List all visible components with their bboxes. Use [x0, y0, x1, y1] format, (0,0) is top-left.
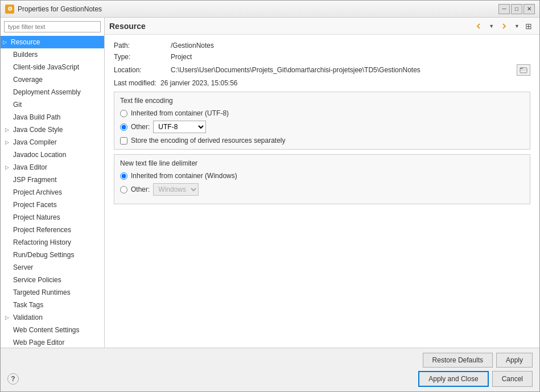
sidebar-item-label: Git: [13, 100, 22, 110]
expand-button[interactable]: ⊞: [522, 20, 535, 32]
sidebar-item-label: Project Archives: [13, 187, 62, 197]
main-content: Path: /GestionNotes Type: Project Locati…: [105, 35, 539, 348]
sidebar-item-label: Service Policies: [13, 275, 61, 285]
sidebar-item-java-code-style[interactable]: ▷ Java Code Style: [1, 123, 104, 136]
forward-icon: [500, 22, 509, 31]
sidebar-item-coverage[interactable]: Coverage: [1, 73, 104, 86]
sidebar-item-label: Run/Debug Settings: [13, 250, 74, 260]
line-other-label[interactable]: Other:: [131, 185, 150, 193]
sidebar-item-client-side-js[interactable]: Client-side JavaScript: [1, 61, 104, 73]
arrow-icon: ▷: [3, 37, 11, 47]
store-encoding-row: Store the encoding of derived resources …: [120, 137, 524, 145]
line-inherited-radio[interactable]: [120, 172, 127, 180]
sidebar-item-label: Java Code Style: [13, 125, 63, 135]
sidebar-item-label: Server: [13, 262, 33, 273]
line-delimiter-select[interactable]: Windows Unix Mac: [153, 183, 199, 196]
sidebar-item-label: Project Natures: [13, 212, 60, 222]
sidebar-item-project-references[interactable]: Project References: [1, 224, 104, 236]
arrow-icon: ▷: [5, 312, 13, 323]
encoding-other-label[interactable]: Other:: [131, 123, 150, 131]
line-other-radio[interactable]: [120, 186, 127, 193]
back-button[interactable]: [471, 20, 486, 32]
sidebar-item-label: Builders: [13, 49, 38, 60]
title-bar: ⚙ Properties for GestionNotes ─ □ ✕: [1, 1, 539, 18]
sidebar-item-label: Java Editor: [13, 162, 47, 172]
path-value: /GestionNotes: [171, 42, 214, 49]
location-value: C:\Users\User\Documents\Projets_Git\doma…: [171, 66, 513, 74]
last-modified-row: Last modified: 26 janvier 2023, 15:05:56: [114, 79, 530, 87]
restore-defaults-button[interactable]: Restore Defaults: [423, 353, 493, 368]
encoding-other-row: Other: UTF-8 UTF-16 ISO-8859-1 US-ASCII: [120, 121, 524, 133]
sidebar-item-java-build-path[interactable]: Java Build Path: [1, 111, 104, 123]
maximize-button[interactable]: □: [511, 4, 522, 14]
sidebar-item-server[interactable]: Server: [1, 261, 104, 274]
sidebar-item-java-compiler[interactable]: ▷ Java Compiler: [1, 136, 104, 148]
sidebar-item-resource[interactable]: ▷ Resource: [1, 36, 104, 48]
sidebar-item-git[interactable]: Git: [1, 98, 104, 111]
cancel-button[interactable]: Cancel: [492, 371, 533, 387]
sidebar-item-label: Web Page Editor: [13, 337, 65, 348]
sidebar-item-label: Deployment Assembly: [13, 87, 81, 97]
window-controls: ─ □ ✕: [498, 4, 535, 14]
sidebar-item-jsp-fragment[interactable]: JSP Fragment: [1, 174, 104, 186]
sidebar-item-label: Coverage: [13, 75, 43, 85]
encoding-select[interactable]: UTF-8 UTF-16 ISO-8859-1 US-ASCII: [153, 121, 206, 133]
store-encoding-checkbox[interactable]: [120, 137, 127, 145]
sidebar-item-javadoc-location[interactable]: Javadoc Location: [1, 148, 104, 161]
browse-button[interactable]: [517, 64, 530, 76]
sidebar-item-task-tags[interactable]: Task Tags: [1, 299, 104, 311]
store-encoding-label[interactable]: Store the encoding of derived resources …: [131, 137, 286, 145]
encoding-section-title: Text file encoding: [120, 97, 524, 105]
line-inherited-label[interactable]: Inherited from container (Windows): [131, 172, 237, 180]
main-window: ⚙ Properties for GestionNotes ─ □ ✕ ▷ Re…: [0, 0, 540, 392]
last-modified-label: Last modified:: [114, 79, 156, 87]
sidebar-item-label: Project Facets: [13, 200, 57, 210]
sidebar-item-project-archives[interactable]: Project Archives: [1, 186, 104, 199]
location-label: Location:: [114, 66, 171, 74]
encoding-other-radio[interactable]: [120, 123, 127, 131]
sidebar-item-run-debug-settings[interactable]: Run/Debug Settings: [1, 249, 104, 261]
minimize-button[interactable]: ─: [498, 4, 510, 14]
sidebar-item-label: Web Content Settings: [13, 325, 80, 335]
arrow-icon: ▷: [5, 137, 13, 147]
sidebar-item-label: Project References: [13, 225, 71, 235]
back-dropdown-button[interactable]: ▼: [487, 22, 496, 31]
apply-button[interactable]: Apply: [496, 353, 533, 368]
forward-dropdown-button[interactable]: ▼: [513, 22, 521, 31]
sidebar-item-targeted-runtimes[interactable]: Targeted Runtimes: [1, 286, 104, 299]
arrow-icon: ▷: [5, 162, 13, 172]
footer-top: Restore Defaults Apply: [7, 353, 533, 368]
main-toolbar: Resource ▼ ▼ ⊞: [105, 18, 539, 35]
sidebar-item-validation[interactable]: ▷ Validation: [1, 311, 104, 324]
close-button[interactable]: ✕: [523, 4, 535, 14]
sidebar-item-builders[interactable]: Builders: [1, 48, 104, 61]
footer-right-buttons: Apply and Close Cancel: [418, 371, 533, 387]
path-row: Path: /GestionNotes: [114, 42, 530, 49]
forward-button[interactable]: [497, 20, 512, 32]
encoding-inherited-label[interactable]: Inherited from container (UTF-8): [131, 109, 229, 117]
help-button[interactable]: ?: [7, 373, 19, 385]
sidebar-item-label: Resource: [11, 37, 40, 47]
footer-bottom: ? Apply and Close Cancel: [7, 371, 533, 387]
sidebar-item-web-page-editor[interactable]: Web Page Editor: [1, 336, 104, 348]
sidebar-item-project-facets[interactable]: Project Facets: [1, 199, 104, 211]
encoding-inherited-radio[interactable]: [120, 110, 127, 117]
sidebar-item-web-content-settings[interactable]: Web Content Settings: [1, 324, 104, 336]
sidebar-item-label: Task Tags: [13, 300, 43, 310]
filter-input[interactable]: [4, 21, 101, 32]
encoding-inherited-row: Inherited from container (UTF-8): [120, 109, 524, 117]
svg-rect-1: [520, 68, 523, 69]
sidebar-item-refactoring-history[interactable]: Refactoring History: [1, 236, 104, 249]
line-inherited-row: Inherited from container (Windows): [120, 172, 524, 180]
footer: Restore Defaults Apply ? Apply and Close…: [1, 348, 539, 391]
sidebar-item-label: Client-side JavaScript: [13, 62, 79, 72]
sidebar-item-service-policies[interactable]: Service Policies: [1, 274, 104, 286]
back-icon: [474, 22, 483, 31]
sidebar-item-deployment-assembly[interactable]: Deployment Assembly: [1, 86, 104, 98]
sidebar-item-label: Targeted Runtimes: [13, 287, 71, 298]
apply-close-button[interactable]: Apply and Close: [418, 371, 488, 387]
sidebar-item-java-editor[interactable]: ▷ Java Editor: [1, 161, 104, 174]
sidebar-item-label: Java Compiler: [13, 137, 57, 147]
sidebar-item-project-natures[interactable]: Project Natures: [1, 211, 104, 224]
type-label: Type:: [114, 53, 171, 61]
